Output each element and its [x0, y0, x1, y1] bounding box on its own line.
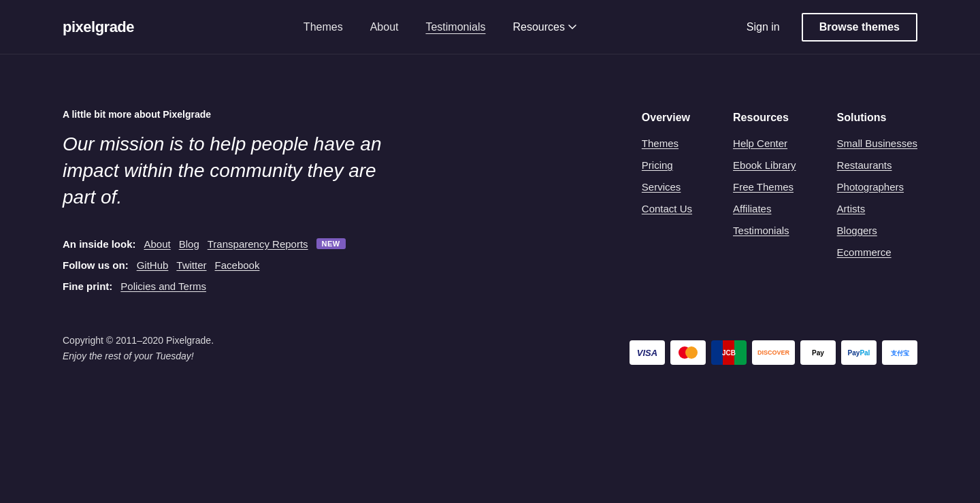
footer-tagline-large: Our mission is to help people have an im… [63, 131, 389, 211]
footer-nav-columns: Overview Themes Pricing Services Contact… [430, 109, 917, 292]
list-item: Free Themes [733, 181, 796, 193]
nav-about[interactable]: About [370, 21, 399, 33]
inside-look-label: An inside look: [63, 238, 136, 250]
visa-icon: VISA [630, 340, 665, 365]
list-item: Contact Us [642, 203, 692, 215]
solutions-list: Small Businesses Restaurants Photographe… [837, 137, 917, 259]
overview-services-link[interactable]: Services [642, 181, 681, 193]
list-item: Ecommerce [837, 246, 917, 259]
chevron-down-icon [568, 22, 577, 32]
facebook-link[interactable]: Facebook [215, 259, 260, 271]
resources-list: Help Center Ebook Library Free Themes Af… [733, 137, 796, 237]
footer-content: A little bit more about Pixelgrade Our m… [0, 54, 980, 333]
list-item: Affiliates [733, 203, 796, 215]
solutions-bloggers-link[interactable]: Bloggers [837, 225, 877, 236]
about-link[interactable]: About [144, 238, 171, 250]
list-item: Testimonials [733, 225, 796, 237]
logo[interactable]: pixelgrade [63, 18, 134, 36]
overview-list: Themes Pricing Services Contact Us [642, 137, 692, 215]
resources-testimonials-link[interactable]: Testimonials [733, 225, 789, 236]
overview-pricing-link[interactable]: Pricing [642, 159, 673, 171]
list-item: Restaurants [837, 159, 917, 172]
follow-label: Follow us on: [63, 259, 129, 271]
svg-text:支付宝: 支付宝 [891, 349, 910, 357]
mastercard-icon [670, 340, 706, 365]
discover-icon: DISCOVER [752, 340, 795, 365]
list-item: Small Businesses [837, 137, 917, 150]
solutions-smallbiz-link[interactable]: Small Businesses [837, 137, 917, 149]
browse-themes-button[interactable]: Browse themes [802, 13, 917, 42]
list-item: Ebook Library [733, 159, 796, 172]
list-item: Photographers [837, 181, 917, 193]
main-nav: Themes About Testimonials Resources [304, 21, 577, 33]
follow-row: Follow us on: GitHub Twitter Facebook [63, 259, 389, 271]
footer-about: A little bit more about Pixelgrade Our m… [63, 109, 389, 292]
resources-heading: Resources [733, 112, 796, 124]
nav-testimonials[interactable]: Testimonials [425, 21, 485, 33]
overview-contact-link[interactable]: Contact Us [642, 203, 692, 214]
jcb-icon: JCB [711, 340, 747, 365]
footer-bottom: Copyright © 2011–2020 Pixelgrade. Enjoy … [0, 333, 980, 400]
header-actions: Sign in Browse themes [747, 13, 917, 42]
twitter-link[interactable]: Twitter [176, 259, 206, 271]
list-item: Themes [642, 137, 692, 150]
solutions-heading: Solutions [837, 112, 917, 124]
copyright-text: Copyright © 2011–2020 Pixelgrade. Enjoy … [63, 333, 214, 366]
nav-resources[interactable]: Resources [513, 21, 577, 33]
resources-freethemes-link[interactable]: Free Themes [733, 181, 794, 193]
fine-print-label: Fine print: [63, 280, 112, 292]
resources-helpcenter-link[interactable]: Help Center [733, 137, 787, 149]
solutions-artists-link[interactable]: Artists [837, 203, 866, 214]
policies-terms-link[interactable]: Policies and Terms [120, 280, 206, 292]
footer-overview-col: Overview Themes Pricing Services Contact… [642, 112, 692, 292]
footer-links-section: An inside look: About Blog Transparency … [63, 238, 389, 292]
footer-resources-col: Resources Help Center Ebook Library Free… [733, 112, 796, 292]
fine-print-row: Fine print: Policies and Terms [63, 280, 389, 292]
solutions-photographers-link[interactable]: Photographers [837, 181, 904, 193]
list-item: Artists [837, 203, 917, 215]
solutions-restaurants-link[interactable]: Restaurants [837, 159, 892, 171]
signin-link[interactable]: Sign in [747, 21, 780, 33]
transparency-reports-link[interactable]: Transparency Reports [208, 238, 308, 250]
list-item: Help Center [733, 137, 796, 150]
inside-look-row: An inside look: About Blog Transparency … [63, 238, 389, 250]
footer-solutions-col: Solutions Small Businesses Restaurants P… [837, 112, 917, 292]
blog-link[interactable]: Blog [179, 238, 199, 250]
resources-affiliates-link[interactable]: Affiliates [733, 203, 771, 214]
overview-heading: Overview [642, 112, 692, 124]
footer-tagline-small: A little bit more about Pixelgrade [63, 109, 389, 120]
payment-icons: VISA JCB DISCOVER Pay PayPal 支付宝 [630, 340, 917, 365]
alipay-icon: 支付宝 [882, 340, 917, 365]
list-item: Services [642, 181, 692, 193]
resources-ebook-link[interactable]: Ebook Library [733, 159, 796, 171]
list-item: Pricing [642, 159, 692, 172]
list-item: Bloggers [837, 225, 917, 237]
nav-themes[interactable]: Themes [304, 21, 343, 33]
new-badge: NEW [316, 238, 346, 249]
applepay-icon: Pay [800, 340, 836, 365]
paypal-icon: PayPal [841, 340, 877, 365]
solutions-ecommerce-link[interactable]: Ecommerce [837, 246, 892, 258]
github-link[interactable]: GitHub [137, 259, 169, 271]
overview-themes-link[interactable]: Themes [642, 137, 679, 149]
